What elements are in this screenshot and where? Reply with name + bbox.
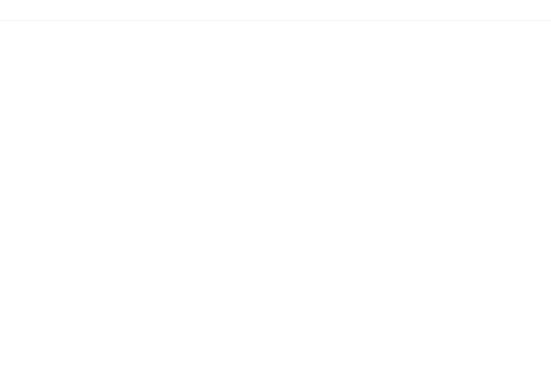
kline-chart-canvas[interactable] xyxy=(0,0,551,392)
ma-legend xyxy=(11,70,35,79)
macd-legend xyxy=(11,314,35,323)
ohlc-legend xyxy=(11,58,45,67)
header xyxy=(0,0,551,21)
